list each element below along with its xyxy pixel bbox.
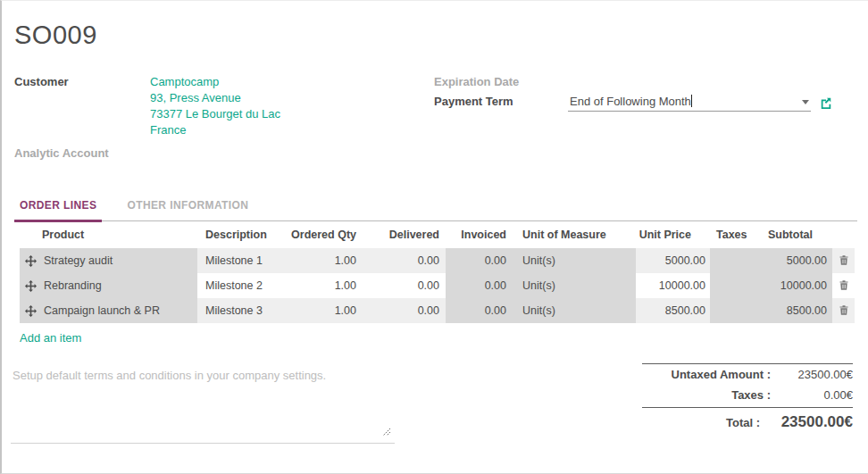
cell-unit-price[interactable]: 5000.00	[636, 248, 710, 273]
terms-placeholder: Setup default terms and conditions in yo…	[11, 362, 395, 382]
payment-term-field: Payment Term End of Following Month	[434, 94, 838, 112]
payment-term-value: End of Following Month	[570, 95, 691, 108]
cell-delivered[interactable]: 0.00	[362, 273, 446, 298]
cell-invoiced: 0.00	[446, 298, 513, 323]
product-name: Strategy audit	[44, 254, 113, 267]
tab-order-lines[interactable]: ORDER LINES	[14, 199, 102, 222]
analytic-account-field: Analytic Account	[14, 146, 434, 160]
fields-left-column: Customer Camptocamp 93, Press Avenue 733…	[14, 74, 434, 165]
cell-unit-price[interactable]: 10000.00	[636, 273, 710, 298]
delete-row-icon[interactable]	[837, 303, 851, 318]
drag-handle-icon[interactable]	[25, 280, 37, 292]
customer-field: Customer Camptocamp 93, Press Avenue 733…	[14, 74, 434, 138]
cell-description[interactable]: Milestone 2	[197, 273, 281, 298]
taxes-label: Taxes :	[642, 388, 771, 402]
delete-row-icon[interactable]	[837, 278, 851, 293]
cell-uom: Unit(s)	[513, 298, 636, 323]
cell-delivered[interactable]: 0.00	[362, 248, 446, 273]
cell-delivered[interactable]: 0.00	[362, 298, 446, 323]
delete-row-icon[interactable]	[837, 253, 851, 268]
chevron-down-icon[interactable]	[802, 100, 809, 104]
drag-handle-icon[interactable]	[25, 305, 37, 317]
table-row: Campaign launch & PR Milestone 3 1.00 0.…	[20, 298, 855, 323]
cell-subtotal: 8500.00	[756, 298, 832, 323]
col-header-ordered-qty[interactable]: Ordered Qty	[281, 221, 362, 248]
payment-term-input[interactable]: End of Following Month	[568, 94, 811, 112]
cell-ordered-qty[interactable]: 1.00	[281, 248, 362, 273]
taxes-row: Taxes : 0.00€	[642, 385, 853, 405]
cell-invoiced: 0.00	[446, 273, 513, 298]
expiration-date-field: Expiration Date	[434, 74, 838, 88]
total-row: Total : 23500.00€	[642, 407, 853, 435]
customer-value-link[interactable]: Camptocamp 93, Press Avenue 73377 Le Bou…	[150, 74, 280, 138]
cell-description[interactable]: Milestone 1	[197, 248, 281, 273]
sale-order-form: SO009 Customer Camptocamp 93, Press Aven…	[2, 21, 868, 474]
order-lines-table: Product Description Ordered Qty Delivere…	[20, 221, 855, 323]
col-header-invoiced[interactable]: Invoiced	[446, 221, 513, 248]
untaxed-amount-value: 23500.00€	[771, 368, 853, 381]
col-header-unit-price[interactable]: Unit Price	[636, 221, 710, 248]
add-an-item-link[interactable]: Add an item	[20, 331, 81, 345]
cell-taxes	[710, 298, 756, 323]
total-label: Total :	[642, 416, 760, 429]
notebook-tabs: ORDER LINES OTHER INFORMATION	[14, 199, 857, 221]
cell-uom: Unit(s)	[513, 273, 636, 298]
fields-right-column: Expiration Date Payment Term End of Foll…	[434, 74, 868, 165]
customer-street[interactable]: 93, Press Avenue	[150, 90, 280, 106]
analytic-account-label: Analytic Account	[14, 146, 150, 160]
totals-panel: Untaxed Amount : 23500.00€ Taxes : 0.00€…	[642, 362, 853, 444]
tab-other-information[interactable]: OTHER INFORMATION	[121, 199, 254, 220]
total-value: 23500.00€	[760, 413, 853, 431]
cell-description[interactable]: Milestone 3	[197, 298, 281, 323]
table-row: Rebranding Milestone 2 1.00 0.00 0.00 Un…	[20, 273, 855, 298]
table-header-row: Product Description Ordered Qty Delivere…	[20, 221, 855, 248]
cell-taxes	[710, 248, 756, 273]
cell-uom: Unit(s)	[513, 248, 636, 273]
untaxed-amount-row: Untaxed Amount : 23500.00€	[642, 363, 853, 385]
payment-term-label: Payment Term	[434, 94, 568, 108]
table-row: Strategy audit Milestone 1 1.00 0.00 0.0…	[20, 248, 855, 273]
customer-city[interactable]: 73377 Le Bourget du Lac	[150, 106, 280, 122]
expiration-date-label: Expiration Date	[434, 74, 568, 88]
header-fields: Customer Camptocamp 93, Press Avenue 733…	[14, 74, 868, 165]
customer-country[interactable]: France	[150, 122, 280, 138]
external-link-icon[interactable]	[820, 96, 832, 109]
resize-handle-icon[interactable]	[382, 424, 391, 440]
col-header-uom[interactable]: Unit of Measure	[513, 221, 636, 248]
page-title: SO009	[14, 21, 868, 50]
drag-handle-icon[interactable]	[25, 255, 37, 267]
cell-ordered-qty[interactable]: 1.00	[281, 298, 362, 323]
cell-unit-price[interactable]: 8500.00	[636, 298, 710, 323]
col-header-delivered[interactable]: Delivered	[362, 221, 446, 248]
col-header-description[interactable]: Description	[197, 221, 281, 248]
text-cursor	[691, 95, 692, 107]
product-name: Rebranding	[44, 279, 102, 292]
col-header-actions	[832, 221, 855, 248]
col-header-product[interactable]: Product	[20, 221, 197, 248]
cell-subtotal: 10000.00	[756, 273, 832, 298]
untaxed-amount-label: Untaxed Amount :	[642, 368, 771, 381]
customer-name[interactable]: Camptocamp	[150, 74, 280, 90]
col-header-taxes[interactable]: Taxes	[710, 221, 756, 248]
taxes-value: 0.00€	[771, 388, 853, 402]
customer-label: Customer	[14, 74, 150, 88]
cell-ordered-qty[interactable]: 1.00	[281, 273, 362, 298]
bottom-section: Setup default terms and conditions in yo…	[2, 362, 868, 444]
product-name: Campaign launch & PR	[44, 304, 160, 317]
terms-textarea[interactable]: Setup default terms and conditions in yo…	[11, 362, 395, 444]
cell-taxes	[710, 273, 756, 298]
col-header-subtotal[interactable]: Subtotal	[756, 221, 832, 248]
cell-invoiced: 0.00	[446, 248, 513, 273]
cell-subtotal: 5000.00	[756, 248, 832, 273]
